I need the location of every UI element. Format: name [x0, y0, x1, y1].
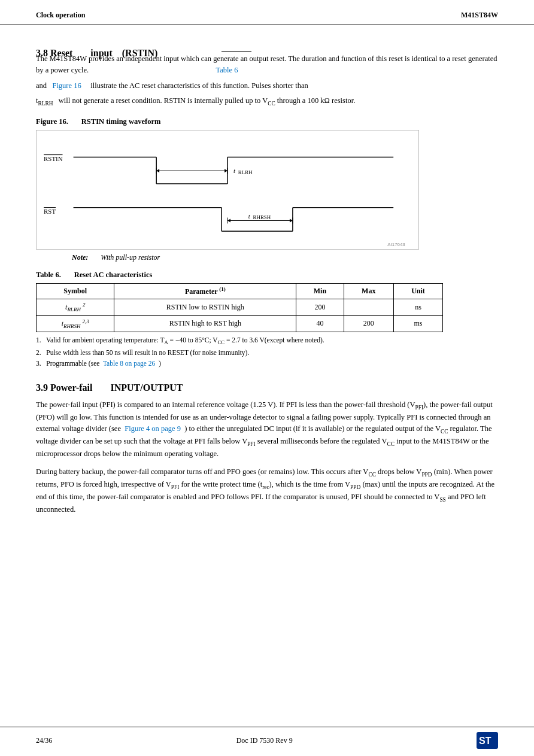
min-cell: 40 [296, 315, 344, 332]
table-row: tRHRSH 2,3 RSTIN high to RST high 40 200… [37, 315, 443, 332]
section-39-para1: The power-fail input (PFI) is compared t… [36, 399, 498, 460]
svg-marker-22 [227, 219, 230, 223]
col-unit: Unit [393, 284, 442, 299]
unit-cell: ms [393, 315, 442, 332]
col-min: Min [296, 284, 344, 299]
st-logo: ST [477, 732, 498, 749]
figure4-ref-link[interactable]: Figure 4 on page 9 [125, 424, 181, 433]
symbol-cell: tRLRH 2 [37, 299, 114, 315]
page-footer: 24/36 Doc ID 7530 Rev 9 ST [0, 727, 534, 756]
section-39-title: INPUT/OUTPUT [110, 382, 183, 393]
symbol-cell: tRHRSH 2,3 [37, 315, 114, 332]
svg-text:t: t [248, 212, 251, 220]
section-38-body2: and Figure 16 illustrate the AC reset ch… [36, 80, 498, 92]
svg-text:RSTIN: RSTIN [44, 156, 63, 163]
header-left: Clock operation [36, 11, 85, 20]
figure-16-note: Note: With pull-up resistor [72, 253, 498, 262]
page-header: Clock operation M41ST84W [0, 0, 534, 25]
figure16-ref-link[interactable]: Figure 16 [52, 81, 81, 90]
section-39-heading: 3.9 Power-fail INPUT/OUTPUT [36, 382, 498, 393]
min-cell: 200 [296, 299, 344, 315]
svg-text:ST: ST [479, 736, 491, 746]
table-notes: 1. Valid for ambient operating temperatu… [36, 335, 498, 369]
footer-page: 24/36 [36, 736, 52, 745]
col-symbol: Symbol [37, 284, 114, 299]
max-cell: 200 [344, 315, 393, 332]
waveform-diagram: RSTIN [36, 130, 419, 250]
unit-cell: ns [393, 299, 442, 315]
section-39-para2: During battery backup, the power-fail co… [36, 466, 498, 515]
param-cell: RSTIN high to RST high [114, 315, 296, 332]
figure-16-container: Figure 16. RSTIN timing waveform RSTIN [36, 117, 498, 262]
table-6-label: Table 6. Reset AC characteristics [36, 271, 498, 280]
param-cell: RSTIN low to RSTIN high [114, 299, 296, 315]
col-parameter: Parameter (1) [114, 284, 296, 299]
col-max: Max [344, 284, 393, 299]
figure-16-label: Figure 16. RSTIN timing waveform [36, 117, 498, 126]
ac-characteristics-table: Symbol Parameter (1) Min Max Unit tRLRH … [36, 283, 443, 332]
svg-text:RLRH: RLRH [238, 169, 253, 175]
svg-text:RST: RST [44, 208, 56, 215]
table-6-section: Table 6. Reset AC characteristics Symbol… [36, 271, 498, 369]
max-cell [344, 299, 393, 315]
table8-ref-link[interactable]: Table 8 on page 26 [103, 360, 155, 367]
section-39-number: 3.9 Power-fail [36, 382, 92, 393]
footer-doc: Doc ID 7530 Rev 9 [236, 736, 293, 745]
header-right: M41ST84W [461, 11, 498, 20]
table6-ref-link[interactable]: Table 6 [216, 66, 238, 74]
svg-text:AI17643: AI17643 [387, 242, 405, 247]
section-38-body3: tRLRH will not generate a reset conditio… [36, 95, 498, 108]
svg-text:t: t [233, 167, 236, 174]
table-row: tRLRH 2 RSTIN low to RSTIN high 200 ns [37, 299, 443, 315]
section-38-body1: The M41ST84W provides an independent inp… [36, 53, 498, 77]
svg-text:RHRSH: RHRSH [253, 215, 271, 221]
